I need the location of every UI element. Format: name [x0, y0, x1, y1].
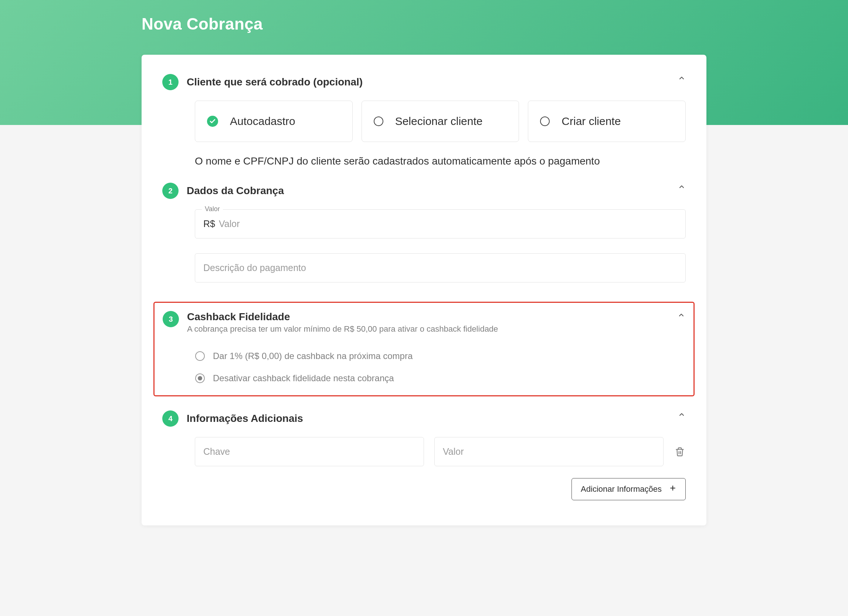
section-2-header-inner: 2 Dados da Cobrança	[162, 183, 284, 199]
currency-prefix: R$	[203, 218, 215, 229]
chave-input[interactable]	[203, 446, 415, 457]
section-4-header-inner: 4 Informações Adicionais	[162, 410, 303, 427]
valor-input[interactable]	[219, 218, 677, 229]
radio-checked-icon	[195, 373, 205, 383]
section-3-title: Cashback Fidelidade	[187, 311, 498, 323]
cashback-option-give[interactable]: Dar 1% (R$ 0,00) de cashback na próxima …	[195, 351, 685, 361]
additional-info-row	[195, 437, 686, 466]
chevron-up-icon	[678, 183, 686, 191]
page-title: Nova Cobrança	[142, 15, 706, 33]
radio-unchecked-icon	[195, 351, 205, 361]
descricao-input-wrapper[interactable]	[195, 253, 686, 282]
cashback-option-label: Dar 1% (R$ 0,00) de cashback na próxima …	[213, 351, 412, 361]
section-2-header[interactable]: 2 Dados da Cobrança	[162, 180, 686, 207]
client-option-label: Autocadastro	[230, 115, 295, 128]
section-1-title: Cliente que será cobrado (opcional)	[187, 76, 363, 88]
delete-row-button[interactable]	[674, 445, 686, 459]
page-container: Nova Cobrança 1 Cliente que será cobrado…	[69, 0, 779, 525]
section-3-header-inner: 3 Cashback Fidelidade A cobrança precisa…	[163, 311, 498, 334]
client-option-criar[interactable]: Criar cliente	[528, 101, 686, 142]
add-info-label: Adicionar Informações	[581, 484, 662, 494]
client-option-label: Selecionar cliente	[395, 115, 483, 128]
cashback-radio-list: Dar 1% (R$ 0,00) de cashback na próxima …	[163, 342, 685, 383]
section-1-helper-text: O nome e CPF/CNPJ do cliente serão cadas…	[195, 155, 686, 167]
valor-floating-label: Valor	[202, 205, 223, 213]
cashback-option-label: Desativar cashback fidelidade nesta cobr…	[213, 373, 394, 383]
client-option-selecionar[interactable]: Selecionar cliente	[362, 101, 519, 142]
section-3-subtitle: A cobrança precisa ter um valor mínimo d…	[187, 324, 498, 334]
section-1-body: Autocadastro Selecionar cliente Criar cl…	[162, 98, 686, 180]
section-4-title: Informações Adicionais	[187, 413, 303, 425]
step-badge-2: 2	[162, 183, 179, 199]
section-1-header-inner: 1 Cliente que será cobrado (opcional)	[162, 74, 363, 90]
valor-adicional-input[interactable]	[443, 446, 655, 457]
add-info-row: Adicionar Informações	[195, 478, 686, 500]
section-3-highlighted: 3 Cashback Fidelidade A cobrança precisa…	[153, 302, 695, 396]
step-badge-1: 1	[162, 74, 179, 90]
check-circle-icon	[207, 116, 218, 127]
section-4-header[interactable]: 4 Informações Adicionais	[162, 399, 686, 435]
chevron-up-icon	[677, 311, 685, 319]
radio-unchecked-icon	[540, 116, 550, 126]
valor-input-wrapper[interactable]: Valor R$	[195, 209, 686, 239]
section-1-header[interactable]: 1 Cliente que será cobrado (opcional)	[162, 63, 686, 98]
add-info-button[interactable]: Adicionar Informações	[571, 478, 686, 500]
descricao-input[interactable]	[203, 263, 677, 273]
chevron-up-icon	[678, 74, 686, 82]
form-card: 1 Cliente que será cobrado (opcional) Au…	[142, 55, 706, 525]
radio-unchecked-icon	[374, 116, 383, 126]
trash-icon	[675, 446, 685, 457]
section-2-body: Valor R$	[162, 207, 686, 296]
section-3-header[interactable]: 3 Cashback Fidelidade A cobrança precisa…	[163, 304, 685, 342]
section-3-title-group: Cashback Fidelidade A cobrança precisa t…	[187, 311, 498, 334]
chevron-up-icon	[678, 410, 686, 419]
client-option-label: Criar cliente	[562, 115, 621, 128]
step-badge-4: 4	[162, 410, 179, 427]
cashback-option-disable[interactable]: Desativar cashback fidelidade nesta cobr…	[195, 373, 685, 383]
plus-icon	[669, 484, 676, 494]
radio-inner-dot	[198, 376, 202, 380]
section-4-body: Adicionar Informações	[162, 435, 686, 514]
section-2-title: Dados da Cobrança	[187, 185, 284, 197]
step-badge-3: 3	[163, 311, 179, 327]
chave-input-wrapper[interactable]	[195, 437, 424, 466]
client-option-autocadastro[interactable]: Autocadastro	[195, 101, 353, 142]
valor-adicional-input-wrapper[interactable]	[434, 437, 664, 466]
client-options-row: Autocadastro Selecionar cliente Criar cl…	[195, 101, 686, 149]
